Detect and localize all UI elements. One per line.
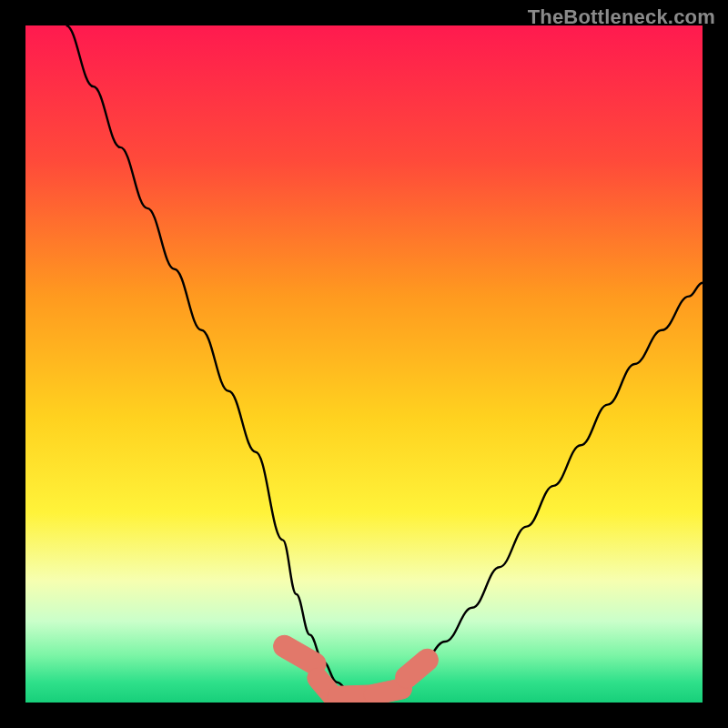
chart-svg — [25, 25, 703, 703]
bottleneck-curve — [66, 25, 703, 696]
outer-frame: TheBottleneck.com — [0, 0, 728, 728]
sausage-links-group — [269, 632, 442, 703]
sausage-link-4 — [391, 644, 442, 693]
watermark-text: TheBottleneck.com — [528, 5, 715, 29]
plot-area — [25, 25, 703, 703]
